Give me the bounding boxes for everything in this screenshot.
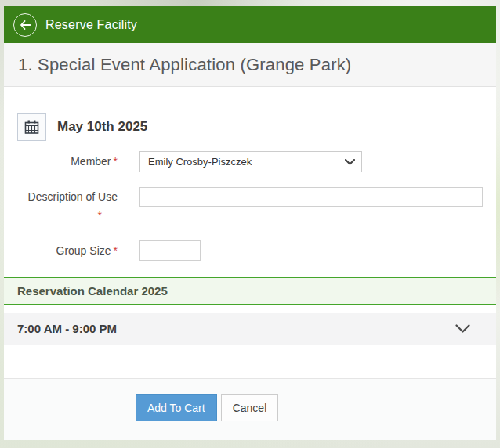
member-select-wrap: Emily Crosby-Piszczek xyxy=(139,151,362,172)
group-size-field-row: Group Size* xyxy=(4,240,496,261)
member-field-row: Member* Emily Crosby-Piszczek xyxy=(4,151,496,172)
date-row: May 10th 2025 xyxy=(17,113,496,141)
reservation-calendar-header: Reservation Calendar 2025 xyxy=(4,277,496,305)
calendar-icon xyxy=(24,119,40,135)
required-marker: * xyxy=(6,209,118,222)
footer-bar: Add To Cart Cancel xyxy=(4,378,496,440)
time-slot-accordion[interactable]: 7:00 AM - 9:00 PM xyxy=(4,313,496,345)
group-size-label-text: Group Size xyxy=(56,244,111,257)
group-size-input[interactable] xyxy=(139,240,201,261)
required-marker: * xyxy=(114,155,118,168)
add-to-cart-button[interactable]: Add To Cart xyxy=(136,394,217,421)
header-title: Reserve Facility xyxy=(45,18,137,32)
reservation-calendar-title: Reservation Calendar 2025 xyxy=(17,284,168,298)
description-label-text: Description of Use xyxy=(28,190,118,203)
member-label: Member* xyxy=(4,151,118,172)
member-select[interactable]: Emily Crosby-Piszczek xyxy=(139,151,362,172)
calendar-button[interactable] xyxy=(17,113,46,141)
back-arrow-icon xyxy=(20,20,31,30)
page-title-bar: 1. Special Event Application (Grange Par… xyxy=(4,43,496,87)
cancel-button[interactable]: Cancel xyxy=(221,394,279,421)
description-label: Description of Use* xyxy=(4,187,118,222)
header-bar: Reserve Facility xyxy=(4,6,496,43)
selected-date: May 10th 2025 xyxy=(57,119,147,135)
chevron-down-icon xyxy=(455,324,470,333)
description-field-row: Description of Use* xyxy=(4,187,496,222)
reservation-panel: Reserve Facility 1. Special Event Applic… xyxy=(4,6,496,440)
page-title: 1. Special Event Application (Grange Par… xyxy=(18,55,351,75)
member-label-text: Member xyxy=(71,155,111,168)
time-slot-label: 7:00 AM - 9:00 PM xyxy=(17,322,117,335)
back-button[interactable] xyxy=(13,13,37,37)
group-size-label: Group Size* xyxy=(4,240,118,261)
required-marker: * xyxy=(114,244,118,257)
description-input[interactable] xyxy=(139,187,483,207)
